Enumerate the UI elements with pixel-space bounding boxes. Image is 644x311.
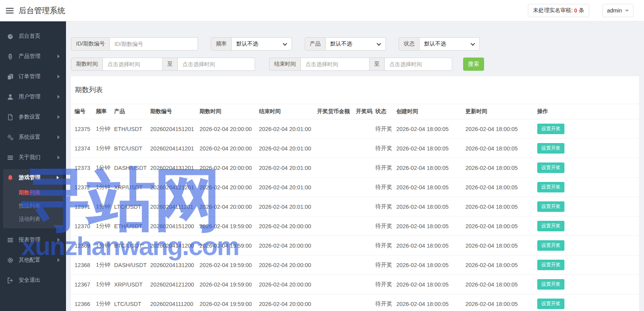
set-draw-button[interactable]: 设置开奖 — [537, 279, 564, 290]
cell-product: BTC/USDT — [113, 236, 149, 255]
column-header: 期数时间 — [198, 104, 257, 119]
pending-review-count: 0 — [574, 7, 577, 14]
sidebar-item-about[interactable]: 关于我们 — [0, 147, 66, 168]
cell-period_time: 2026-02-04 20:00:00 — [198, 178, 257, 197]
column-header: 更新时间 — [464, 104, 536, 119]
cell-updated: 2026-02-04 18:00:05 — [464, 217, 536, 236]
period-time-end-input[interactable] — [177, 58, 255, 71]
cell-action: 设置开奖 — [536, 275, 639, 294]
status-filter-group: 状态 默认不选 — [399, 37, 480, 51]
chevron-down-icon — [377, 41, 381, 45]
cell-freq: 1分钟 — [94, 119, 113, 139]
table-row: 123741分钟BTC/USDT202602041412012026-02-04… — [71, 139, 639, 158]
sidebar-item-users[interactable]: 用户管理 — [0, 87, 66, 107]
cell-id: 12373 — [71, 158, 94, 178]
sidebar-item-reports[interactable]: 报表管理 — [0, 230, 66, 250]
set-draw-button[interactable]: 设置开奖 — [537, 162, 564, 173]
column-header: 操作 — [536, 104, 639, 119]
table-row: 123751分钟ETH/USDT202602041512012026-02-04… — [71, 119, 639, 139]
cell-amount — [316, 275, 354, 294]
table-body: 123751分钟ETH/USDT202602041512012026-02-04… — [71, 119, 639, 311]
set-draw-button[interactable]: 设置开奖 — [537, 182, 564, 192]
table-row: 123701分钟ETH/USDT202602041512002026-02-04… — [71, 217, 639, 236]
cell-code — [354, 255, 374, 275]
set-draw-button[interactable]: 设置开奖 — [537, 240, 564, 251]
gear-icon — [7, 257, 14, 264]
chevron-down-icon — [625, 10, 629, 12]
cell-product: LTC/USDT — [113, 197, 149, 217]
cell-updated: 2026-02-04 18:00:05 — [464, 158, 536, 178]
product-select[interactable]: 默认不选 — [325, 37, 386, 51]
set-draw-button[interactable]: 设置开奖 — [537, 221, 564, 231]
sidebar-subitem-period-list[interactable]: 期数列表 — [3, 186, 63, 199]
frequency-select[interactable]: 默认不选 — [231, 37, 292, 51]
cell-amount — [316, 178, 354, 197]
cell-action: 设置开奖 — [536, 294, 639, 311]
product-select-value: 默认不选 — [330, 40, 352, 47]
sidebar-item-system[interactable]: 系统设置 — [0, 127, 66, 147]
set-draw-button[interactable]: 设置开奖 — [537, 260, 564, 270]
sidebar-item-parameters[interactable]: 参数设置 — [0, 107, 66, 127]
topbar: 后台管理系统 未处理实名审核: 0 条 admin — [0, 0, 644, 21]
cell-action: 设置开奖 — [536, 158, 639, 178]
cell-end_time: 2026-02-04 20:00:00 — [257, 255, 316, 275]
cell-id: 12367 — [71, 275, 94, 294]
pending-review-badge[interactable]: 未处理实名审核: 0 条 — [528, 4, 589, 17]
cell-period_no: 20260204111201 — [149, 197, 198, 217]
sidebar-item-label: 报表管理 — [19, 236, 40, 243]
cell-code — [354, 158, 374, 178]
sidebar-item-logout[interactable]: 安全退出 — [0, 270, 66, 290]
cell-code — [354, 119, 374, 139]
cell-created: 2026-02-04 18:00:05 — [395, 178, 464, 197]
frequency-select-value: 默认不选 — [236, 40, 258, 47]
cell-status: 待开奖 — [374, 178, 395, 197]
chevron-right-icon — [57, 95, 60, 99]
end-time-label: 结束时间 — [269, 58, 301, 71]
period-time-to-label: 至 — [162, 58, 178, 71]
search-button[interactable]: 搜索 — [463, 58, 484, 71]
sidebar-item-other-config[interactable]: 其他配置 — [0, 250, 66, 270]
cell-period_no: 20260204111200 — [149, 294, 198, 311]
sidebar-item-dashboard[interactable]: 后台首页 — [0, 26, 66, 46]
cell-status: 待开奖 — [374, 255, 395, 275]
period-time-start-input[interactable] — [102, 58, 163, 71]
sidebar-subitem-bet-list[interactable]: 投注列表 — [3, 199, 63, 213]
sidebar-item-label: 其他配置 — [19, 257, 40, 264]
sidebar-item-products[interactable]: B 产品管理 — [0, 46, 66, 66]
end-time-end-input[interactable] — [384, 58, 452, 71]
chevron-right-icon — [57, 176, 59, 180]
user-menu[interactable]: admin — [602, 4, 634, 17]
period-time-label: 期数时间 — [71, 58, 103, 71]
cell-product: LTC/USDT — [113, 294, 149, 311]
end-time-start-input[interactable] — [300, 58, 370, 71]
cell-period_time: 2026-02-04 20:00:00 — [198, 119, 257, 139]
cell-action: 设置开奖 — [536, 197, 639, 217]
cell-created: 2026-02-04 18:00:05 — [395, 255, 464, 275]
cell-period_no: 20260204151201 — [149, 119, 198, 139]
id-filter-input[interactable] — [109, 37, 198, 51]
cell-end_time: 2026-02-04 20:01:00 — [257, 119, 316, 139]
table-row: 123691分钟BTC/USDT202602041412002026-02-04… — [71, 236, 639, 255]
cell-amount — [316, 217, 354, 236]
sidebar-subitem-activity-list[interactable]: 活动列表 — [3, 213, 63, 226]
cell-period_time: 2026-02-04 20:00:00 — [198, 158, 257, 178]
column-header: 开奖货币金额 — [316, 104, 354, 119]
cell-updated: 2026-02-04 18:00:05 — [464, 197, 536, 217]
id-filter-group: ID/期数编号 — [71, 37, 198, 51]
sidebar-item-label: 系统设置 — [19, 134, 40, 141]
set-draw-button[interactable]: 设置开奖 — [537, 143, 564, 154]
set-draw-button[interactable]: 设置开奖 — [537, 299, 564, 309]
status-select[interactable]: 默认不选 — [419, 37, 480, 51]
set-draw-button[interactable]: 设置开奖 — [537, 201, 564, 212]
sidebar-subitem-label: 活动列表 — [19, 216, 40, 223]
set-draw-button[interactable]: 设置开奖 — [537, 124, 564, 134]
cell-end_time: 2026-02-04 20:01:00 — [257, 139, 316, 158]
cell-code — [354, 236, 374, 255]
period-table: 编号频率产品期数编号期数时间结束时间开奖货币金额开奖码状态创建时间更新时间操作 … — [71, 104, 639, 311]
svg-text:B: B — [9, 53, 12, 59]
column-header: 开奖码 — [354, 104, 374, 119]
sidebar-item-orders[interactable]: 订单管理 — [0, 66, 66, 87]
frequency-filter-group: 频率 默认不选 — [211, 37, 292, 51]
hamburger-menu-icon[interactable] — [6, 7, 14, 15]
sidebar-item-games[interactable]: 游戏管理 — [3, 169, 63, 186]
